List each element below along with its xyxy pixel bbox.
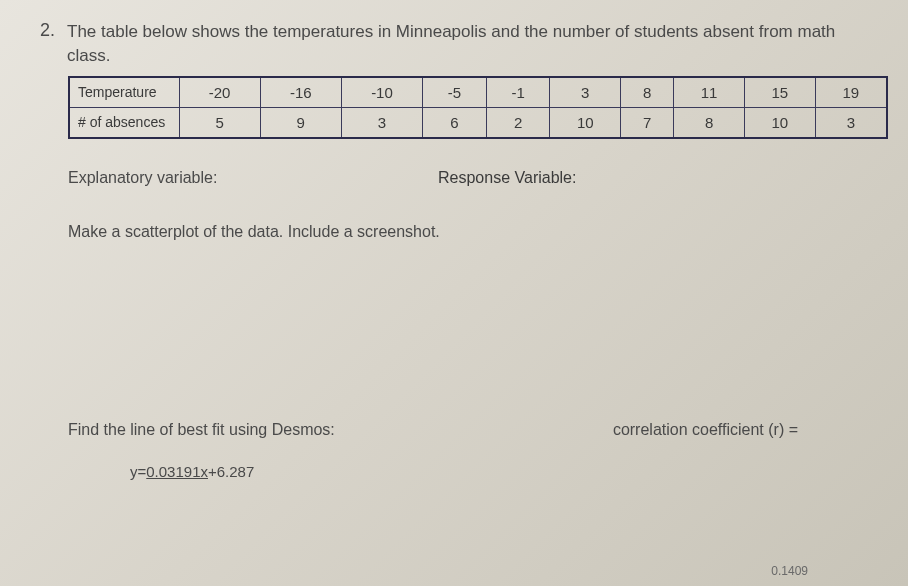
cell: 11 — [674, 77, 745, 108]
variable-labels-row: Explanatory variable: Response Variable: — [68, 169, 868, 187]
cell: -16 — [260, 77, 341, 108]
cell: -1 — [486, 77, 550, 108]
equation-prefix: y= — [130, 463, 146, 480]
explanatory-variable-label: Explanatory variable: — [68, 169, 438, 187]
equation-slope-term: 0.03191x — [146, 463, 208, 480]
bottom-row: Find the line of best fit using Desmos: … — [68, 421, 868, 439]
cell: 10 — [550, 107, 621, 138]
cell: 5 — [179, 107, 260, 138]
cell: 7 — [621, 107, 674, 138]
cell: 3 — [815, 107, 887, 138]
regression-equation: y=0.03191x+6.287 — [130, 463, 868, 480]
row-header-absences: # of absences — [69, 107, 179, 138]
question-text: The table below shows the temperatures i… — [67, 20, 868, 68]
find-line-instruction: Find the line of best fit using Desmos: — [68, 421, 335, 439]
cell: 3 — [341, 107, 422, 138]
cell: 10 — [744, 107, 815, 138]
cell: 3 — [550, 77, 621, 108]
correlation-coefficient-label: correlation coefficient (r) = — [613, 421, 798, 439]
question-block: 2. The table below shows the temperature… — [40, 20, 868, 68]
response-variable-label: Response Variable: — [438, 169, 576, 187]
cell: 2 — [486, 107, 550, 138]
cell: -20 — [179, 77, 260, 108]
data-table-wrap: Temperature -20 -16 -10 -5 -1 3 8 11 15 … — [68, 76, 868, 139]
cell: 8 — [621, 77, 674, 108]
cell: 15 — [744, 77, 815, 108]
cell: 9 — [260, 107, 341, 138]
row-header-temperature: Temperature — [69, 77, 179, 108]
cell: 19 — [815, 77, 887, 108]
footer-value: 0.1409 — [771, 564, 808, 578]
cell: -10 — [341, 77, 422, 108]
table-row: Temperature -20 -16 -10 -5 -1 3 8 11 15 … — [69, 77, 887, 108]
cell: -5 — [423, 77, 487, 108]
cell: 8 — [674, 107, 745, 138]
question-number: 2. — [40, 20, 55, 41]
cell: 6 — [423, 107, 487, 138]
table-row: # of absences 5 9 3 6 2 10 7 8 10 3 — [69, 107, 887, 138]
scatterplot-instruction: Make a scatterplot of the data. Include … — [68, 223, 868, 241]
equation-intercept: +6.287 — [208, 463, 254, 480]
data-table: Temperature -20 -16 -10 -5 -1 3 8 11 15 … — [68, 76, 888, 139]
